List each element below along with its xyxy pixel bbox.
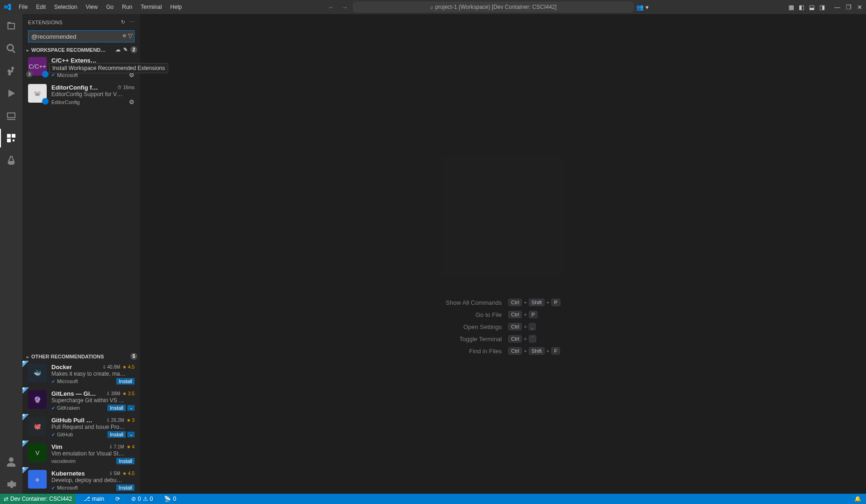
gear-icon[interactable]: ⚙ <box>129 98 135 105</box>
extension-description: Makes it easy to create, ma… <box>51 371 135 377</box>
install-button[interactable]: Install <box>116 458 135 464</box>
extension-item[interactable]: 🐭 EditorConfig for V…⏱ 16ms EditorConfig… <box>22 81 140 108</box>
extension-item[interactable]: ★ V Vim7.1M★ 4 Vim emulation for Visual … <box>22 441 140 467</box>
branch-icon: ⎇ <box>84 496 90 502</box>
edit-icon[interactable]: ✎ <box>123 47 128 53</box>
status-ports[interactable]: 📡0 <box>161 496 179 502</box>
welcome-command-label: Go to File <box>446 311 502 318</box>
menu-help[interactable]: Help <box>167 2 186 12</box>
filter-icon[interactable]: ▽ <box>128 32 133 39</box>
activity-run-debug[interactable] <box>0 84 22 103</box>
extension-item[interactable]: ★ ⎈ Kubernetes5M★ 4.5 Develop, deploy an… <box>22 467 140 494</box>
welcome-command-label: Find in Files <box>446 348 502 355</box>
activity-bar <box>0 14 22 494</box>
activity-settings[interactable] <box>0 475 22 494</box>
extension-icon: ⎈ <box>28 470 47 489</box>
minimize-icon[interactable]: — <box>834 4 840 11</box>
activity-explorer[interactable] <box>0 17 22 35</box>
chevron-down-icon: ⌄ <box>25 47 29 53</box>
extension-item[interactable]: ★ 🐙 GitHub Pull …26.2M★ 3 Pull Request a… <box>22 414 140 441</box>
restore-icon[interactable]: ❐ <box>846 4 852 11</box>
extension-item[interactable]: ★ 🔮 GitLens — Gi…38M★ 3.5 Supercharge Gi… <box>22 387 140 414</box>
install-button[interactable]: Install <box>116 484 135 491</box>
title-right-icons: ▦ ◧ ⬓ ◨ — ❐ ✕ <box>788 4 862 11</box>
install-button[interactable]: Install <box>107 431 126 438</box>
extension-description: Vim emulation for Visual St… <box>51 450 135 457</box>
count-badge: 2 <box>130 46 137 53</box>
nav-forward-icon[interactable]: → <box>339 4 350 11</box>
activity-remote[interactable] <box>0 106 22 125</box>
close-icon[interactable]: ✕ <box>857 4 862 11</box>
extension-name: EditorConfig for V… <box>51 84 98 91</box>
search-icon: ⌕ <box>430 4 433 10</box>
verified-icon: ✔ <box>51 432 55 437</box>
activity-accounts[interactable] <box>0 453 22 471</box>
extension-description: Develop, deploy and debu… <box>51 477 135 483</box>
welcome-shortcuts: Show All CommandsCtrl+Shift+PGo to FileC… <box>446 299 560 355</box>
extension-publisher: GitKraken <box>57 405 80 411</box>
extension-name: Kubernetes <box>51 470 85 477</box>
refresh-icon[interactable]: ↻ <box>121 19 125 25</box>
sidebar-title: EXTENSIONS <box>28 20 63 25</box>
error-icon: ⊘ <box>131 496 136 502</box>
nav-back-icon[interactable]: ← <box>326 4 337 11</box>
warning-icon: ⚠ <box>143 496 148 502</box>
activity-testing[interactable] <box>0 151 22 170</box>
clear-icon[interactable]: ≡ <box>122 32 126 39</box>
activity-search[interactable] <box>0 39 22 58</box>
install-dropdown-icon[interactable]: ⌄ <box>128 405 135 411</box>
welcome-command-label: Open Settings <box>446 323 502 330</box>
panel-left-icon[interactable]: ◧ <box>799 4 804 11</box>
layout-customize-icon[interactable]: ▦ <box>788 4 794 11</box>
remote-icon: ⇄ <box>4 496 8 502</box>
command-center[interactable]: ⌕ project-1 (Workspace) [Dev Container: … <box>353 2 633 12</box>
status-sync[interactable]: ⟳ <box>112 496 123 502</box>
panel-bottom-icon[interactable]: ⬓ <box>809 4 815 11</box>
install-button[interactable]: Install <box>116 378 135 385</box>
menu-edit[interactable]: Edit <box>32 2 50 12</box>
extension-publisher: vscodevim <box>51 458 76 464</box>
copilot-icon[interactable]: 👥 ▾ <box>636 4 649 11</box>
notifications-icon[interactable]: 🔔 <box>854 496 861 502</box>
more-actions-icon[interactable]: ⋯ <box>129 19 135 25</box>
verified-icon: ✔ <box>51 485 55 490</box>
extension-description: EditorConfig Support for V… <box>51 91 135 98</box>
install-button[interactable]: Install <box>107 405 126 411</box>
status-branch[interactable]: ⎇ main <box>80 496 107 502</box>
welcome-keycombo: Ctrl+Shift+F <box>508 347 560 355</box>
extension-publisher: GitHub <box>57 432 73 437</box>
install-dropdown-icon[interactable]: ⌄ <box>128 432 135 437</box>
menu-file[interactable]: File <box>15 2 31 12</box>
extension-icon: C/C++3 <box>28 57 47 76</box>
cloud-install-icon[interactable]: ☁ <box>115 47 121 53</box>
verified-icon: ✔ <box>51 379 55 384</box>
workspace-recommend-section[interactable]: ⌄ WORKSPACE RECOMMEND… ☁ ✎ 2 <box>22 45 140 54</box>
menu-go[interactable]: Go <box>102 2 117 12</box>
extension-description: Pull Request and Issue Pro… <box>51 424 135 430</box>
welcome-command-label: Toggle Terminal <box>446 336 502 343</box>
menu-run[interactable]: Run <box>118 2 136 12</box>
ports-icon: 📡 <box>164 496 171 502</box>
panel-right-icon[interactable]: ◨ <box>819 4 825 11</box>
extension-publisher: Microsoft <box>57 485 78 490</box>
welcome-command-label: Show All Commands <box>446 299 502 306</box>
activity-extensions[interactable] <box>0 129 22 147</box>
extension-icon: 🐙 <box>28 417 47 435</box>
other-recommend-section[interactable]: ⌄ OTHER RECOMMENDATIONS 5 <box>22 352 140 361</box>
title-bar: FileEditSelectionViewGoRunTerminalHelp ←… <box>0 0 866 14</box>
menu-terminal[interactable]: Terminal <box>137 2 165 12</box>
status-remote[interactable]: ⇄ Dev Container: CSCI442 <box>0 494 76 504</box>
menu-selection[interactable]: Selection <box>50 2 81 12</box>
activity-source-control[interactable] <box>0 62 22 80</box>
welcome-keycombo: Ctrl+Shift+P <box>508 299 560 306</box>
status-problems[interactable]: ⊘0 ⚠0 <box>128 496 156 502</box>
nav-arrows: ← → <box>326 4 351 11</box>
sync-icon: ⟳ <box>115 496 120 502</box>
status-bar: ⇄ Dev Container: CSCI442 ⎇ main ⟳ ⊘0 ⚠0 … <box>0 494 866 504</box>
extension-publisher: EditorConfig <box>51 99 80 105</box>
extension-name: Docker <box>51 364 72 371</box>
menu-view[interactable]: View <box>82 2 101 12</box>
menu-bar: FileEditSelectionViewGoRunTerminalHelp <box>15 2 185 12</box>
extension-search-input[interactable] <box>28 30 135 42</box>
extension-item[interactable]: ★ 🐳 Docker40.8M★ 4.5 Makes it easy to cr… <box>22 361 140 387</box>
